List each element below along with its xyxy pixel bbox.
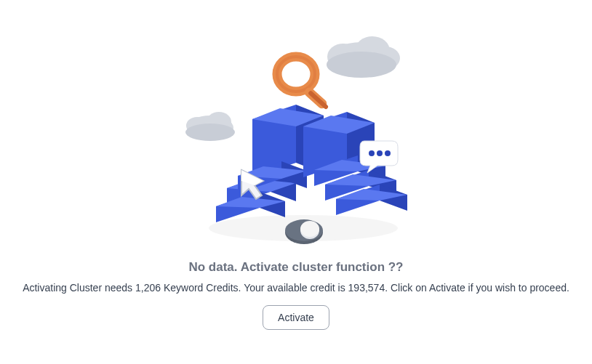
empty-state-illustration xyxy=(165,17,427,250)
empty-state-description: Activating Cluster needs 1,206 Keyword C… xyxy=(23,282,569,294)
empty-state-heading: No data. Activate cluster function ?? xyxy=(188,260,403,275)
magnifier-icon xyxy=(277,57,329,110)
svg-point-38 xyxy=(377,150,383,156)
svg-point-39 xyxy=(385,150,391,156)
cloud-icon xyxy=(185,112,235,141)
cloud-icon xyxy=(327,36,400,78)
activate-button[interactable]: Activate xyxy=(263,305,329,330)
svg-point-4 xyxy=(327,52,396,78)
svg-point-8 xyxy=(185,124,235,141)
svg-point-44 xyxy=(209,215,398,241)
svg-point-10 xyxy=(277,57,315,92)
svg-point-37 xyxy=(369,150,375,156)
